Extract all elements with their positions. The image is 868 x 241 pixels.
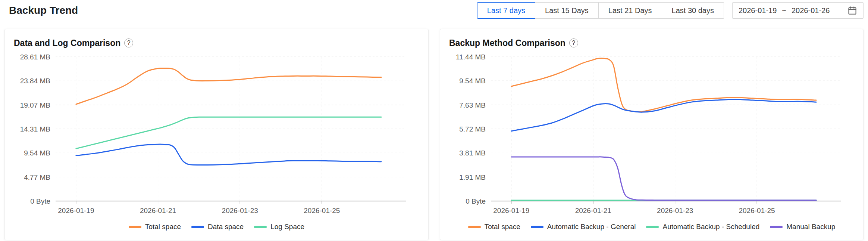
legend-label: Total space xyxy=(145,223,181,231)
card-backup-method-comparison: Backup Method Comparison ? 0 Byte1.91 MB… xyxy=(440,29,864,240)
backup-trend-page: Backup Trend Last 7 daysLast 15 DaysLast… xyxy=(0,0,868,240)
legend-item-log-space[interactable]: Log Space xyxy=(254,223,304,231)
help-icon[interactable]: ? xyxy=(569,38,578,47)
svg-text:0 Byte: 0 Byte xyxy=(30,197,50,205)
help-icon[interactable]: ? xyxy=(124,38,133,47)
svg-text:2026-01-23: 2026-01-23 xyxy=(657,207,693,214)
card-data-log-comparison: Data and Log Comparison ? 0 Byte4.77 MB9… xyxy=(4,29,429,240)
svg-text:28.61 MB: 28.61 MB xyxy=(20,53,50,61)
series-line-automatic-backup-general xyxy=(511,99,816,131)
svg-text:2026-01-23: 2026-01-23 xyxy=(222,207,258,214)
date-range-end[interactable]: 2026-01-26 xyxy=(792,6,830,15)
legend-marker-total-space xyxy=(468,226,481,228)
card-header: Backup Method Comparison ? xyxy=(449,37,854,49)
legend-item-total-space[interactable]: Total space xyxy=(468,223,520,231)
svg-text:3.81 MB: 3.81 MB xyxy=(459,149,486,157)
page-title: Backup Trend xyxy=(9,4,78,16)
tab-last-30-days[interactable]: Last 30 days xyxy=(662,2,724,19)
svg-text:9.54 MB: 9.54 MB xyxy=(24,149,50,157)
svg-text:4.77 MB: 4.77 MB xyxy=(24,173,50,181)
legend-label: Manual Backup xyxy=(786,223,835,231)
legend-item-automatic-backup-scheduled[interactable]: Automatic Backup - Scheduled xyxy=(646,223,759,231)
series-line-data-space xyxy=(76,144,381,165)
charts-row: Data and Log Comparison ? 0 Byte4.77 MB9… xyxy=(0,19,868,240)
series-line-manual-backup xyxy=(511,157,816,200)
legend-item-automatic-backup-general[interactable]: Automatic Backup - General xyxy=(531,223,636,231)
svg-text:1.91 MB: 1.91 MB xyxy=(459,173,486,181)
svg-text:0 Byte: 0 Byte xyxy=(466,197,486,205)
legend-item-total-space[interactable]: Total space xyxy=(129,223,181,231)
svg-text:2026-01-19: 2026-01-19 xyxy=(493,207,529,214)
svg-text:11.44 MB: 11.44 MB xyxy=(456,53,486,61)
legend-marker-automatic-backup-general xyxy=(531,226,543,228)
svg-text:14.31 MB: 14.31 MB xyxy=(20,125,50,133)
date-range-start[interactable]: 2026-01-19 xyxy=(739,6,777,15)
svg-text:2026-01-19: 2026-01-19 xyxy=(58,207,94,214)
line-chart-data-log: 0 Byte4.77 MB9.54 MB14.31 MB19.07 MB23.8… xyxy=(14,51,419,220)
series-line-total-space xyxy=(511,58,816,112)
line-chart-backup-method: 0 Byte1.91 MB3.81 MB5.72 MB7.63 MB9.54 M… xyxy=(449,51,854,220)
chart-title-data-log: Data and Log Comparison xyxy=(14,38,120,48)
legend-label: Log Space xyxy=(270,223,304,231)
tab-last-15-days[interactable]: Last 15 Days xyxy=(535,2,599,19)
legend-marker-total-space xyxy=(129,226,141,228)
legend-label: Automatic Backup - Scheduled xyxy=(662,223,759,231)
header-controls: Last 7 daysLast 15 DaysLast 21 DaysLast … xyxy=(477,2,864,19)
legend-item-manual-backup[interactable]: Manual Backup xyxy=(770,223,835,231)
series-line-log-space xyxy=(76,117,381,148)
chart-legend: Total spaceAutomatic Backup - GeneralAut… xyxy=(449,223,854,231)
svg-text:5.72 MB: 5.72 MB xyxy=(459,125,486,133)
tab-last-21-days[interactable]: Last 21 Days xyxy=(598,2,662,19)
header: Backup Trend Last 7 daysLast 15 DaysLast… xyxy=(0,0,868,19)
date-range-separator: ~ xyxy=(782,6,786,15)
tab-last-7-days[interactable]: Last 7 days xyxy=(477,2,535,19)
card-header: Data and Log Comparison ? xyxy=(14,37,419,49)
chart-title-backup-method: Backup Method Comparison xyxy=(449,38,565,48)
svg-text:2026-01-25: 2026-01-25 xyxy=(304,207,340,214)
series-line-total-space xyxy=(76,68,381,104)
svg-text:2026-01-21: 2026-01-21 xyxy=(575,207,611,214)
svg-text:19.07 MB: 19.07 MB xyxy=(20,101,50,109)
legend-label: Total space xyxy=(485,223,520,231)
legend-label: Data space xyxy=(208,223,244,231)
chart-legend: Total spaceData spaceLog Space xyxy=(14,223,419,231)
legend-label: Automatic Backup - General xyxy=(547,223,636,231)
svg-text:9.54 MB: 9.54 MB xyxy=(459,77,486,85)
svg-text:2026-01-25: 2026-01-25 xyxy=(739,207,775,214)
legend-item-data-space[interactable]: Data space xyxy=(191,223,244,231)
legend-marker-manual-backup xyxy=(770,226,783,228)
date-range-picker[interactable]: 2026-01-19 ~ 2026-01-26 xyxy=(732,2,864,19)
legend-marker-data-space xyxy=(191,226,204,228)
calendar-icon[interactable] xyxy=(847,6,857,15)
legend-marker-log-space xyxy=(254,226,267,228)
svg-text:7.63 MB: 7.63 MB xyxy=(459,101,486,109)
svg-text:23.84 MB: 23.84 MB xyxy=(20,77,50,85)
legend-marker-automatic-backup-scheduled xyxy=(646,226,659,228)
svg-text:2026-01-21: 2026-01-21 xyxy=(140,207,176,214)
range-tab-group: Last 7 daysLast 15 DaysLast 21 DaysLast … xyxy=(477,2,724,19)
